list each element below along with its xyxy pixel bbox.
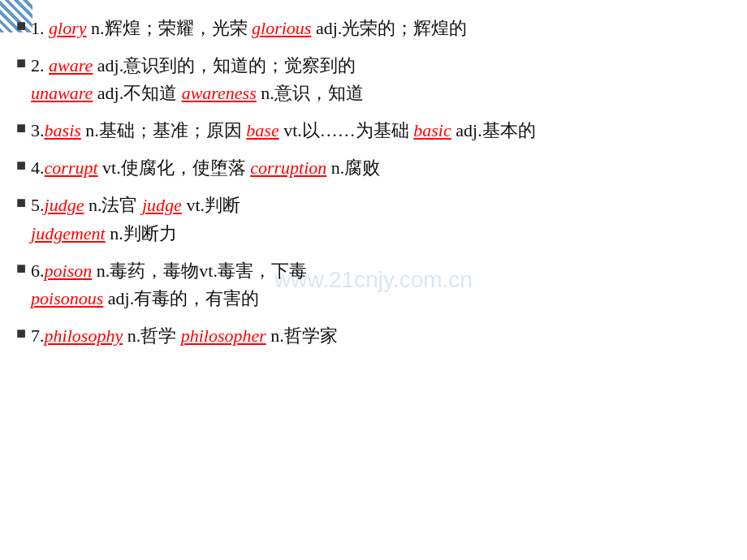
entry-number: 4. bbox=[31, 157, 45, 178]
bullet-icon: ■ bbox=[16, 324, 26, 342]
keyword: philosophy bbox=[45, 325, 123, 346]
keyword: corrupt bbox=[45, 157, 98, 178]
keyword: corruption bbox=[250, 157, 326, 178]
entry-text: 4.corrupt vt.使腐化，使堕落 corruption n.腐败 bbox=[31, 154, 723, 182]
definition-text: vt.判断 bbox=[182, 195, 240, 215]
list-item: ■5.judge n.法官 judge vt.判断judgement n.判断力 bbox=[16, 192, 723, 247]
entry-text: 5.judge n.法官 judge vt.判断judgement n.判断力 bbox=[31, 192, 723, 247]
entry-number: 6. bbox=[31, 261, 45, 281]
bullet-icon: ■ bbox=[16, 118, 26, 137]
definition-text: adj.有毒的，有害的 bbox=[103, 288, 259, 308]
definition-text: n.判断力 bbox=[106, 223, 177, 243]
keyword: judge bbox=[142, 195, 182, 215]
keyword: poisonous bbox=[31, 288, 103, 308]
keyword: aware bbox=[49, 55, 93, 75]
entry-text: 3.basis n.基础；基准；原因 base vt.以……为基础 basic … bbox=[31, 117, 723, 144]
bullet-icon: ■ bbox=[16, 193, 26, 212]
bullet-icon: ■ bbox=[16, 156, 26, 174]
bullet-icon: ■ bbox=[16, 16, 26, 35]
definition-text: adj.基本的 bbox=[451, 120, 536, 140]
list-item: ■7.philosophy n.哲学 philosopher n.哲学家 bbox=[16, 322, 723, 350]
keyword: judgement bbox=[31, 223, 106, 243]
list-item: ■3.basis n.基础；基准；原因 base vt.以……为基础 basic… bbox=[16, 117, 723, 144]
list-item: ■4.corrupt vt.使腐化，使堕落 corruption n.腐败 bbox=[16, 154, 723, 182]
definition-text: adj.不知道 bbox=[93, 83, 181, 103]
keyword: glory bbox=[49, 18, 86, 38]
entry-number: 5. bbox=[31, 195, 45, 215]
definition-text: n.哲学 bbox=[123, 325, 181, 346]
definition-text: n.法官 bbox=[84, 195, 142, 215]
entry-text: 6.poison n.毒药，毒物vt.毒害，下毒poisonous adj.有毒… bbox=[31, 257, 723, 312]
definition-text: vt.使腐化，使堕落 bbox=[98, 157, 251, 178]
entry-number: 1. bbox=[31, 18, 45, 38]
definition-text: n.基础；基准；原因 bbox=[81, 120, 247, 140]
list-item: ■6.poison n.毒药，毒物vt.毒害，下毒poisonous adj.有… bbox=[16, 257, 723, 312]
keyword: poison bbox=[45, 261, 93, 281]
entry-number: 7. bbox=[31, 325, 45, 346]
entry-text: 7.philosophy n.哲学 philosopher n.哲学家 bbox=[31, 322, 723, 350]
definition-text: vt.以……为基础 bbox=[279, 120, 414, 140]
keyword: basic bbox=[413, 120, 451, 140]
definition-text: n.腐败 bbox=[326, 157, 380, 178]
keyword: judge bbox=[45, 195, 84, 215]
definition-text: n.哲学家 bbox=[266, 325, 338, 346]
keyword: philosopher bbox=[181, 325, 266, 346]
keyword: glorious bbox=[252, 18, 311, 38]
list-item: ■1. glory n.辉煌；荣耀，光荣 glorious adj.光荣的；辉煌… bbox=[16, 15, 723, 42]
bullet-icon: ■ bbox=[16, 259, 26, 278]
list-item: ■2. aware adj.意识到的，知道的；觉察到的unaware adj.不… bbox=[16, 52, 723, 107]
definition-text: n.毒药，毒物vt.毒害，下毒 bbox=[92, 261, 307, 281]
keyword: unaware bbox=[31, 83, 93, 103]
entry-number: 3. bbox=[31, 120, 45, 140]
entry-text: 2. aware adj.意识到的，知道的；觉察到的unaware adj.不知… bbox=[31, 52, 723, 107]
keyword: basis bbox=[45, 120, 81, 140]
entry-text: 1. glory n.辉煌；荣耀，光荣 glorious adj.光荣的；辉煌的 bbox=[31, 15, 723, 42]
keyword: awareness bbox=[182, 83, 257, 103]
definition-text: n.意识，知道 bbox=[257, 83, 364, 103]
definition-text: adj.意识到的，知道的；觉察到的 bbox=[93, 55, 356, 75]
definition-text: adj.光荣的；辉煌的 bbox=[311, 18, 467, 38]
definition-text: n.辉煌；荣耀，光荣 bbox=[87, 18, 253, 38]
entry-number: 2. bbox=[31, 55, 45, 75]
main-content: ■1. glory n.辉煌；荣耀，光荣 glorious adj.光荣的；辉煌… bbox=[0, 0, 747, 374]
keyword: base bbox=[246, 120, 279, 140]
bullet-icon: ■ bbox=[16, 54, 26, 72]
